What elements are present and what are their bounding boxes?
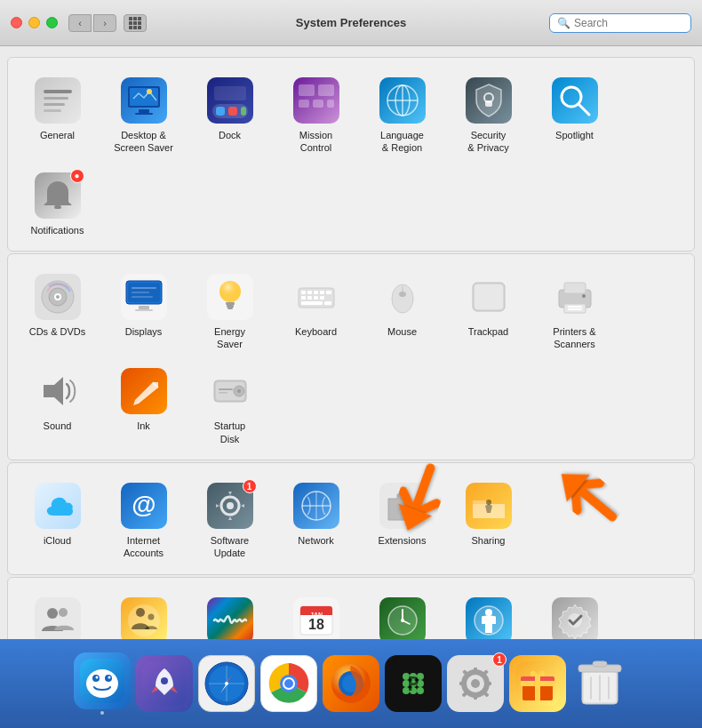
pref-item-security[interactable]: Security& Privacy	[446, 68, 530, 162]
pref-item-sound[interactable]: Sound	[15, 359, 100, 452]
minimize-button[interactable]	[28, 17, 40, 28]
svg-point-110	[136, 608, 145, 617]
svg-rect-65	[320, 296, 324, 300]
pref-item-mission[interactable]: MissionControl	[274, 68, 358, 162]
svg-rect-1	[44, 90, 72, 93]
dock-item-trash[interactable]	[571, 655, 628, 712]
mouse-label: Mouse	[387, 325, 417, 338]
forward-button[interactable]: ›	[93, 14, 116, 32]
dock-item-sysprefs[interactable]: 1	[447, 655, 504, 712]
svg-rect-64	[314, 296, 318, 300]
grid-view-button[interactable]	[124, 14, 147, 32]
pref-item-internet-accounts[interactable]: @ InternetAccounts	[101, 474, 186, 567]
pref-item-displays[interactable]: Displays	[101, 265, 186, 358]
pref-item-parental[interactable]: ParentalControls	[101, 588, 186, 639]
pref-grid-internet: iCloud @ InternetAccounts	[15, 474, 687, 567]
search-input[interactable]	[574, 17, 683, 29]
sound-icon	[33, 366, 83, 416]
svg-point-126	[485, 609, 492, 616]
pref-grid-personal: General Desktop &Screen Sa	[15, 68, 687, 244]
pref-item-keyboard[interactable]: Keyboard	[274, 265, 358, 358]
pref-item-energy[interactable]: EnergySaver	[187, 265, 272, 358]
back-button[interactable]: ‹	[68, 14, 92, 32]
pref-item-icloud[interactable]: iCloud	[15, 474, 100, 567]
dock-item-prefsapp[interactable]: P	[385, 655, 442, 712]
pref-item-language[interactable]: Language& Region	[360, 68, 444, 162]
svg-rect-67	[324, 301, 331, 305]
svg-rect-57	[301, 291, 306, 294]
svg-rect-4	[44, 109, 61, 112]
svg-point-147	[284, 679, 293, 688]
dock-item-chrome[interactable]	[260, 655, 317, 712]
svg-rect-91	[219, 392, 227, 394]
svg-rect-62	[301, 296, 306, 300]
close-button[interactable]	[11, 17, 22, 28]
maximize-button[interactable]	[46, 17, 58, 28]
svg-rect-178	[521, 681, 554, 686]
pref-item-datetime[interactable]: JAN 18 Date & Time	[274, 588, 358, 639]
dock-icon	[205, 76, 255, 125]
mouse-icon	[378, 272, 427, 322]
cds-label: CDs & DVDs	[29, 325, 86, 338]
pref-item-general[interactable]: General	[15, 68, 100, 162]
pref-item-siri[interactable]: Siri	[187, 588, 272, 639]
pref-item-cds[interactable]: CDs & DVDs	[15, 265, 100, 358]
dock-item-safari[interactable]	[198, 655, 255, 712]
dock-item-finder[interactable]	[74, 652, 131, 715]
dock-item-launchpad[interactable]	[136, 655, 193, 712]
energy-icon	[205, 272, 255, 322]
titlebar: ‹ › System Preferences 🔍	[0, 0, 702, 46]
pref-item-sharing[interactable]: Sharing	[446, 474, 530, 567]
pref-item-ink[interactable]: Ink	[101, 359, 186, 452]
svg-text:18: 18	[308, 617, 324, 632]
svg-rect-52	[226, 302, 235, 305]
dock-item-firefox[interactable]	[323, 655, 379, 712]
pref-item-software-update[interactable]: 1 SoftwareUpdate	[187, 474, 272, 567]
pref-item-spotlight[interactable]: Spotlight	[532, 68, 617, 162]
profiles-icon	[550, 596, 600, 639]
svg-rect-21	[313, 100, 323, 108]
svg-rect-19	[318, 84, 334, 96]
pref-item-startup[interactable]: StartupDisk	[187, 359, 272, 452]
pref-item-accessibility[interactable]: Accessibility	[446, 588, 530, 639]
language-icon	[378, 76, 427, 125]
ink-icon	[119, 366, 169, 416]
dock-item-gift[interactable]	[509, 655, 566, 712]
pref-item-printers[interactable]: Printers &Scanners	[532, 265, 617, 358]
search-box[interactable]: 🔍	[549, 13, 691, 33]
desktop-icon	[119, 76, 169, 125]
svg-rect-8	[139, 109, 149, 113]
pref-item-extensions[interactable]: Extensions	[360, 474, 444, 567]
finder-active-dot	[100, 711, 104, 715]
notifications-badge: ●	[70, 169, 84, 183]
svg-rect-18	[299, 84, 315, 96]
pref-item-dock[interactable]: Dock	[187, 68, 272, 162]
printers-icon	[550, 272, 600, 322]
finder-icon	[74, 652, 131, 709]
window-title: System Preferences	[296, 16, 406, 29]
datetime-icon: JAN 18	[291, 596, 341, 639]
pref-item-desktop[interactable]: Desktop &Screen Saver	[101, 68, 186, 162]
pref-item-profiles[interactable]: Profiles	[532, 588, 617, 639]
sysprefs-dock-badge: 1	[492, 652, 507, 667]
pref-item-mouse[interactable]: Mouse	[360, 265, 444, 358]
svg-point-165	[471, 679, 480, 688]
pref-item-notifications[interactable]: ● Notifications	[15, 164, 100, 244]
sysprefs-dock-icon: 1	[447, 655, 504, 712]
svg-rect-45	[135, 309, 153, 311]
notifications-label: Notifications	[31, 224, 84, 236]
svg-point-97	[227, 502, 234, 509]
svg-rect-53	[227, 305, 234, 308]
pref-item-network[interactable]: Network	[274, 474, 358, 567]
security-icon	[464, 76, 514, 125]
pref-item-timemachine[interactable]: TimeMachine	[360, 588, 444, 639]
pref-item-users[interactable]: Users &Groups	[15, 588, 100, 639]
chrome-icon	[260, 655, 317, 712]
icloud-icon	[33, 481, 83, 531]
pref-item-trackpad[interactable]: Trackpad	[446, 265, 530, 358]
sharing-icon	[464, 481, 514, 531]
svg-rect-47	[132, 292, 149, 293]
firefox-icon	[323, 655, 379, 712]
svg-rect-22	[327, 100, 334, 108]
svg-rect-3	[44, 103, 65, 106]
